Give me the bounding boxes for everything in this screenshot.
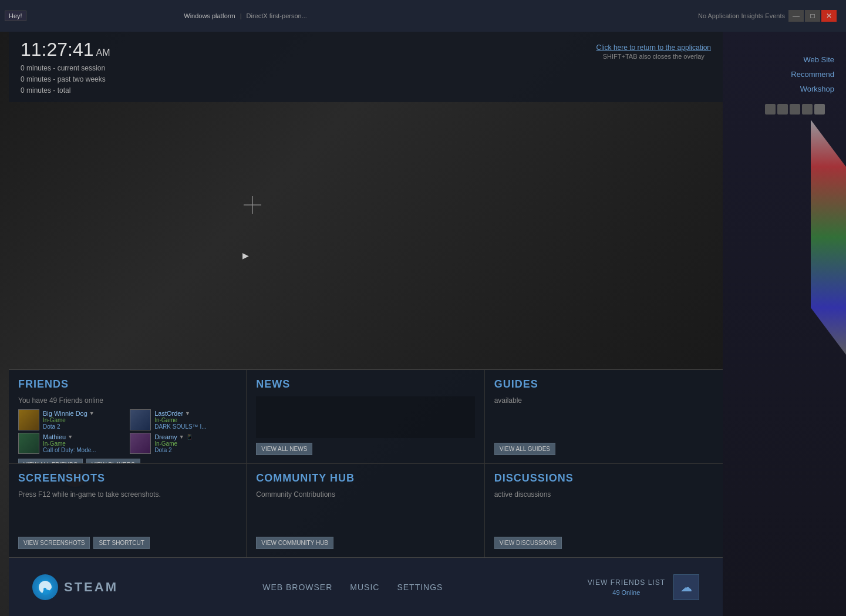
view-screenshots-button[interactable]: VIEW SCREENSHOTS xyxy=(18,537,90,549)
total-time: 0 minutes - total xyxy=(21,85,110,96)
steam-icon xyxy=(32,574,58,600)
dropdown-arrow-4[interactable]: ▼ xyxy=(179,434,184,440)
set-shortcut-button[interactable]: SET SHORTCUT xyxy=(93,537,149,549)
window-title-bar: Hey! Windows platform | DirectX first-pe… xyxy=(0,0,846,32)
friends-buttons: VIEW ALL FRIENDS VIEW PLAYERS xyxy=(18,459,237,464)
friend-avatar-lastorder xyxy=(130,409,151,430)
view-friends-list-label[interactable]: VIEW FRIENDS LIST xyxy=(588,578,665,587)
clock-ampm: AM xyxy=(96,48,110,58)
steam-logo: STEAM xyxy=(32,574,118,600)
news-section: NEWS VIEW ALL NEWS xyxy=(247,370,484,464)
friend-avatar-mathieu xyxy=(18,433,39,454)
achievement-icon-1 xyxy=(765,104,776,115)
friend-game-2: DARK SOULS™ I... xyxy=(154,423,206,430)
friend-status-4: In-Game xyxy=(154,440,192,447)
view-all-guides-button[interactable]: VIEW ALL GUIDES xyxy=(494,443,555,455)
clock-time: 11:27:41 xyxy=(21,39,94,60)
friend-game-1: Dota 2 xyxy=(43,423,95,430)
news-title: NEWS xyxy=(256,378,474,391)
window-title: Hey! xyxy=(5,11,26,21)
friends-online-count: 49 Online xyxy=(612,589,640,596)
friends-row-2: Mathieu ▼ In-Game Call of Duty: Mode... … xyxy=(18,433,237,454)
discussions-buttons: VIEW DISCUSSIONS xyxy=(494,537,713,549)
session-time: 0 minutes - current session xyxy=(21,63,110,74)
footer: STEAM WEB BROWSER MUSIC SETTINGS VIEW FR… xyxy=(9,557,723,616)
mobile-icon: 📱 xyxy=(186,434,193,440)
screenshots-buttons: VIEW SCREENSHOTS SET SHORTCUT xyxy=(18,537,237,549)
overlay-header: 11:27:41 AM 0 minutes - current session … xyxy=(9,32,723,102)
friend-status-2: In-Game xyxy=(154,417,206,423)
toolbar-item[interactable]: Windows platform xyxy=(180,11,238,21)
friends-list-button-area: VIEW FRIENDS LIST 49 Online xyxy=(588,578,665,596)
discussions-status: active discussions xyxy=(494,490,713,499)
settings-nav[interactable]: SETTINGS xyxy=(397,583,443,592)
news-empty-area xyxy=(256,396,474,438)
dropdown-arrow-3[interactable]: ▼ xyxy=(68,434,73,440)
achievement-icon-2 xyxy=(777,104,788,115)
view-community-hub-button[interactable]: VIEW COMMUNITY HUB xyxy=(256,537,333,549)
news-buttons: VIEW ALL NEWS xyxy=(256,443,474,455)
friend-status-1: In-Game xyxy=(43,417,95,423)
view-all-friends-button[interactable]: VIEW ALL FRIENDS xyxy=(18,459,83,464)
dropdown-arrow-1[interactable]: ▼ xyxy=(89,410,95,416)
toolbar-item-directx[interactable]: DirectX first-person... xyxy=(243,11,311,21)
guides-buttons: VIEW ALL GUIDES xyxy=(494,443,713,455)
right-decorative-panel xyxy=(723,32,846,616)
close-button[interactable]: ✕ xyxy=(821,10,837,22)
discussions-spacer xyxy=(494,503,713,533)
view-all-news-button[interactable]: VIEW ALL NEWS xyxy=(256,443,312,455)
workshop-link[interactable]: Workshop xyxy=(800,85,834,93)
discussions-section: DISCUSSIONS active discussions VIEW DISC… xyxy=(485,464,723,558)
web-site-link[interactable]: Web Site xyxy=(803,55,834,64)
achievement-icon-3 xyxy=(790,104,800,115)
clock-section: 11:27:41 AM 0 minutes - current session … xyxy=(21,39,110,97)
achievement-icon-5 xyxy=(814,104,825,115)
game-links: Web Site Recommend Workshop xyxy=(765,55,834,115)
steam-label: STEAM xyxy=(64,580,118,595)
crosshair xyxy=(244,196,261,214)
community-spacer xyxy=(256,503,474,533)
return-link[interactable]: Click here to return to the application xyxy=(596,43,711,52)
screenshots-section: SCREENSHOTS Press F12 while in-game to t… xyxy=(9,464,247,558)
view-players-button[interactable]: VIEW PLAYERS xyxy=(86,459,140,464)
playtime-display: 0 minutes - current session 0 minutes - … xyxy=(21,63,110,97)
view-discussions-button[interactable]: VIEW DISCUSSIONS xyxy=(494,537,562,549)
screenshots-spacer xyxy=(18,503,237,533)
friend-game-4: Dota 2 xyxy=(154,447,192,453)
clock-display: 11:27:41 AM xyxy=(21,39,110,60)
music-nav[interactable]: MUSIC xyxy=(350,583,379,592)
friend-name-dreamy: Dreamy xyxy=(154,433,177,440)
guides-section: GUIDES available VIEW ALL GUIDES xyxy=(485,370,723,464)
friends-list-area: VIEW FRIENDS LIST 49 Online ☁ xyxy=(588,574,699,600)
window-controls: — □ ✕ xyxy=(788,10,841,22)
friend-name-mathieu: Mathieu xyxy=(43,433,66,440)
guides-spacer xyxy=(494,405,713,438)
app-insights-label: No Application Insights Events xyxy=(698,12,785,19)
friend-info-bigwinniedog: Big Winnie Dog ▼ In-Game Dota 2 xyxy=(43,410,95,430)
friend-avatar-bigwinniedog xyxy=(18,409,39,430)
friend-item-bigwinniedog[interactable]: Big Winnie Dog ▼ In-Game Dota 2 xyxy=(18,409,125,430)
friends-list: Big Winnie Dog ▼ In-Game Dota 2 LastOrde… xyxy=(18,409,237,454)
friend-item-lastorder[interactable]: LastOrder ▼ In-Game DARK SOULS™ I... xyxy=(130,409,237,430)
return-sub: SHIFT+TAB also closes the overlay xyxy=(596,53,711,60)
cloud-icon-button[interactable]: ☁ xyxy=(673,574,699,600)
minimize-button[interactable]: — xyxy=(788,10,804,22)
friend-item-dreamy[interactable]: Dreamy ▼ 📱 In-Game Dota 2 xyxy=(130,433,237,454)
return-section: Click here to return to the application … xyxy=(596,39,711,60)
footer-nav: WEB BROWSER MUSIC SETTINGS xyxy=(262,583,443,592)
bottom-panels-grid: FRIENDS You have 49 Friends online Big W… xyxy=(9,369,723,557)
maximize-button[interactable]: □ xyxy=(805,10,820,22)
community-hub-section: COMMUNITY HUB Community Contributions VI… xyxy=(247,464,484,558)
web-browser-nav[interactable]: WEB BROWSER xyxy=(262,583,332,592)
friend-name-bigwinniedog: Big Winnie Dog xyxy=(43,410,87,417)
dropdown-arrow-2[interactable]: ▼ xyxy=(185,410,190,416)
friends-row-1: Big Winnie Dog ▼ In-Game Dota 2 LastOrde… xyxy=(18,409,237,430)
friend-status-3: In-Game xyxy=(43,440,96,447)
friend-item-mathieu[interactable]: Mathieu ▼ In-Game Call of Duty: Mode... xyxy=(18,433,125,454)
friend-game-3: Call of Duty: Mode... xyxy=(43,447,96,453)
friend-name-lastorder: LastOrder xyxy=(154,410,183,417)
community-hub-title: COMMUNITY HUB xyxy=(256,472,474,484)
recommend-link[interactable]: Recommend xyxy=(791,70,834,79)
rainbow-decoration xyxy=(811,120,846,355)
friend-avatar-dreamy xyxy=(130,433,151,454)
